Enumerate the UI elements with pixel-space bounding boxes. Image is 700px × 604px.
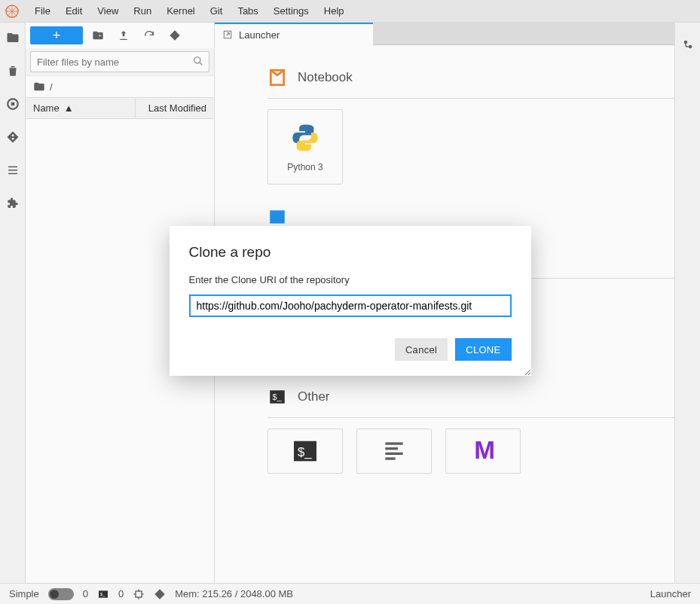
clone-repo-dialog: Clone a repo Enter the Clone URI of the … xyxy=(170,226,531,376)
cancel-button[interactable]: Cancel xyxy=(395,338,448,361)
clone-uri-input[interactable] xyxy=(189,294,512,317)
clone-button[interactable]: CLONE xyxy=(455,338,511,361)
dialog-title: Clone a repo xyxy=(189,244,512,261)
dialog-overlay: Clone a repo Enter the Clone URI of the … xyxy=(0,0,700,604)
dialog-label: Enter the Clone URI of the repository xyxy=(189,274,512,285)
